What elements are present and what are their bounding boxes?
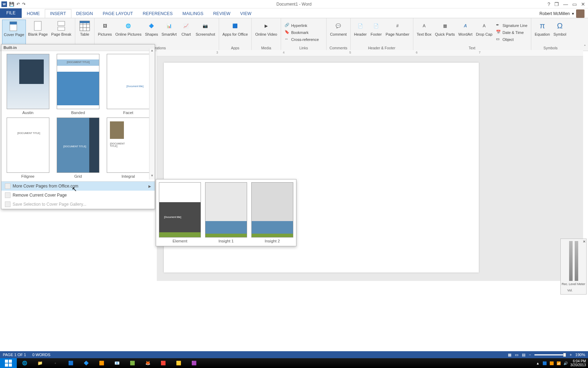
taskbar-app3[interactable]: 🟧: [94, 358, 109, 368]
table-button[interactable]: Table: [77, 20, 92, 45]
smartart-button[interactable]: 📊SmartArt: [160, 20, 178, 45]
quick-parts-button[interactable]: ▦Quick Parts: [434, 20, 456, 45]
group-header-footer: 📄Header 📄Footer #Page Number Header & Fo…: [351, 18, 413, 51]
page-break-icon: [56, 20, 67, 31]
flyout-item-element[interactable]: [Document title]Element: [159, 182, 201, 243]
more-cover-pages-item[interactable]: More Cover Pages from Office.com▶: [1, 182, 155, 191]
tray-network-icon[interactable]: 📶: [556, 361, 561, 365]
footer-button[interactable]: 📄Footer: [369, 20, 384, 45]
tab-home[interactable]: HOME: [22, 9, 45, 18]
tab-page-layout[interactable]: PAGE LAYOUT: [98, 9, 138, 18]
apps-button[interactable]: 🟦Apps for Office: [221, 20, 250, 45]
symbol-button[interactable]: ΩSymbol: [552, 20, 568, 45]
taskbar-app4[interactable]: 🟥: [155, 358, 171, 368]
gallery-item-austin[interactable]: [Documenttitle]Austin: [4, 54, 51, 115]
text-box-button[interactable]: AText Box: [415, 20, 433, 45]
taskbar-terminal[interactable]: ▪: [48, 358, 63, 368]
screenshot-icon: 📷: [200, 20, 211, 31]
taskbar-onenote[interactable]: 🟪: [186, 358, 202, 368]
taskbar-clock[interactable]: 6:04 PM 3/20/2013: [570, 359, 586, 367]
taskbar-app1[interactable]: 🟦: [63, 358, 78, 368]
read-mode-icon[interactable]: ▦: [508, 353, 511, 357]
signature-line-button[interactable]: ✒Signature Line: [495, 22, 529, 29]
help-button[interactable]: ?: [547, 1, 550, 7]
taskbar-app5[interactable]: 🟨: [171, 358, 186, 368]
print-layout-icon[interactable]: ▭: [515, 353, 518, 357]
maximize-button[interactable]: ▭: [572, 1, 577, 7]
rec-vol-meter-widget[interactable]: ✕ Rec. Level Meter Vol.: [560, 239, 587, 295]
tab-design[interactable]: DESIGN: [71, 9, 98, 18]
date-time-button[interactable]: 📅Date & Time: [495, 29, 529, 36]
ribbon-display-button[interactable]: ❐: [554, 1, 559, 7]
collapse-ribbon-button[interactable]: ˄: [584, 44, 586, 49]
online-pictures-button[interactable]: 🌐Online Pictures: [114, 20, 143, 45]
taskbar-firefox[interactable]: 🦊: [140, 358, 155, 368]
tray-icon[interactable]: 🟧: [550, 361, 554, 365]
undo-icon[interactable]: ↶: [16, 2, 20, 7]
zoom-slider[interactable]: [534, 354, 566, 355]
taskbar-ie[interactable]: 🌐: [17, 358, 32, 368]
online-video-button[interactable]: ▶Online Video: [254, 20, 279, 45]
save-icon[interactable]: 💾: [9, 2, 14, 7]
pictures-button[interactable]: 🖼Pictures: [97, 20, 113, 45]
taskbar-excel[interactable]: 🟩: [125, 358, 140, 368]
header-button[interactable]: 📄Header: [353, 20, 368, 45]
gallery-item-facet[interactable]: [Document title]Facet: [105, 54, 152, 115]
minimize-button[interactable]: —: [563, 1, 568, 7]
comment-button[interactable]: 💬Comment: [329, 20, 348, 45]
tray-icon[interactable]: ▲: [536, 361, 540, 365]
zoom-out-button[interactable]: −: [529, 353, 531, 357]
taskbar-explorer[interactable]: 📁: [32, 358, 48, 368]
tab-mailings[interactable]: MAILINGS: [177, 9, 208, 18]
remove-cover-page-item[interactable]: Remove Current Cover Page: [1, 191, 155, 200]
svg-rect-11: [5, 360, 8, 363]
tray-volume-icon[interactable]: 🔊: [564, 361, 568, 365]
tab-review[interactable]: REVIEW: [208, 9, 235, 18]
tab-view[interactable]: VIEW: [235, 9, 256, 18]
chevron-right-icon: ▶: [148, 184, 151, 188]
word-app-icon: W: [1, 1, 7, 7]
taskbar-app2[interactable]: 🔷: [78, 358, 94, 368]
flyout-item-insight-2[interactable]: [Document title]Insight 2: [251, 182, 293, 243]
chart-button[interactable]: 📈Chart: [179, 20, 194, 45]
start-button[interactable]: [0, 358, 17, 368]
group-apps: 🟦Apps for Office Apps: [219, 18, 252, 51]
widget-close-icon[interactable]: ✕: [583, 240, 586, 243]
equation-button[interactable]: πEquation: [533, 20, 551, 45]
gallery-item-banded[interactable]: [DOCUMENT TITLE]Banded: [54, 54, 102, 115]
gallery-item-integral[interactable]: [DOCUMENTTITLE]Integral: [105, 118, 152, 178]
page-indicator[interactable]: PAGE 1 OF 1: [3, 353, 26, 357]
tab-references[interactable]: REFERENCES: [138, 9, 177, 18]
zoom-in-button[interactable]: +: [569, 353, 572, 357]
screenshot-button[interactable]: 📷Screenshot: [194, 20, 217, 45]
tray-icon[interactable]: 🟦: [542, 361, 547, 365]
crossref-icon: ↔: [285, 37, 290, 42]
group-comments: 💬Comment Comments: [327, 18, 351, 51]
bookmark-icon: 🔖: [285, 30, 290, 35]
ribbon-tabs: FILE HOME INSERT DESIGN PAGE LAYOUT REFE…: [0, 8, 588, 18]
close-button[interactable]: ✕: [581, 1, 585, 7]
redo-icon[interactable]: ↷: [22, 2, 26, 7]
hyperlink-button[interactable]: 🔗Hyperlink: [283, 22, 324, 29]
flyout-item-insight-1[interactable]: [Document title]Insight 1: [205, 182, 247, 243]
cross-reference-button[interactable]: ↔Cross-reference: [283, 36, 324, 43]
taskbar-outlook[interactable]: 📧: [109, 358, 125, 368]
word-count[interactable]: 0 WORDS: [32, 353, 50, 357]
drop-cap-button[interactable]: ADrop Cap: [475, 20, 494, 45]
object-button[interactable]: ▭Object: [495, 36, 529, 43]
gallery-scrollbar[interactable]: ▲▼: [149, 49, 155, 179]
bookmark-button[interactable]: 🔖Bookmark: [283, 29, 324, 36]
user-area[interactable]: Robert McMillen ▾: [539, 9, 588, 18]
group-symbols: πEquation ΩSymbol Symbols: [531, 18, 570, 51]
horizontal-ruler[interactable]: 3 4 5 6 7: [157, 50, 583, 56]
wordart-button[interactable]: AWordArt: [457, 20, 474, 45]
web-layout-icon[interactable]: ▤: [522, 353, 525, 357]
zoom-level[interactable]: 190%: [575, 353, 585, 357]
video-icon: ▶: [261, 20, 272, 31]
tab-insert[interactable]: INSERT: [45, 9, 71, 18]
shapes-button[interactable]: 🔷Shapes: [144, 20, 159, 45]
gallery-item-grid[interactable]: [DOCUMENT TITLE]Grid: [54, 118, 102, 178]
gallery-item-filigree[interactable]: [DOCUMENT TITLE]Filigree: [4, 118, 51, 178]
tab-file[interactable]: FILE: [0, 8, 22, 18]
page-number-button[interactable]: #Page Number: [384, 20, 411, 45]
